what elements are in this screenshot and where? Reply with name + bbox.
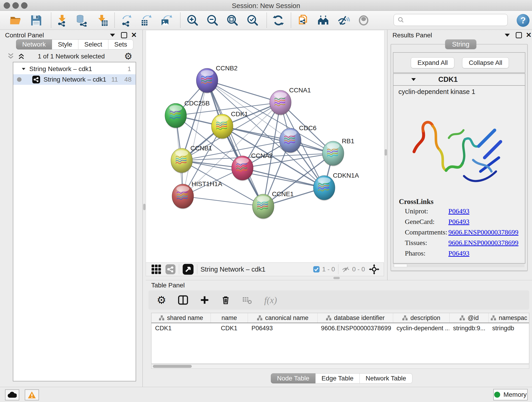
- tab-edge-table[interactable]: Edge Table: [316, 373, 360, 383]
- tree-expander-icon[interactable]: [21, 66, 26, 71]
- table-cell[interactable]: cyclin-dependent ...: [393, 323, 450, 333]
- show-columns-icon[interactable]: [178, 295, 188, 305]
- table-cell[interactable]: CDK1: [152, 323, 210, 333]
- control-panel-tabs: NetworkStyleSelectSets: [16, 39, 133, 50]
- import-table-icon[interactable]: [96, 14, 109, 27]
- warnings-button[interactable]: [25, 389, 39, 400]
- table-horizontal-scrollbar[interactable]: [151, 364, 529, 369]
- application-window: Session: New Session: [0, 0, 532, 402]
- delete-column-icon[interactable]: [221, 295, 230, 305]
- save-session-icon[interactable]: [30, 14, 43, 27]
- string-network-graph[interactable]: CCNB2CCNA1CDC25BCDK1CDC6RB1CCNB1CCNA2CDK…: [146, 31, 384, 262]
- tab-string[interactable]: String: [445, 39, 476, 49]
- table-cell[interactable]: P06493: [248, 323, 317, 333]
- network-node-CDC25B[interactable]: [165, 103, 186, 128]
- tab-select[interactable]: Select: [78, 39, 108, 50]
- network-node-CDC6[interactable]: [279, 128, 301, 153]
- cloud-tasks-button[interactable]: [5, 389, 19, 400]
- network-node-CCNB2[interactable]: [196, 68, 218, 94]
- network-node-CDK1[interactable]: [211, 114, 233, 139]
- import-network-file-icon[interactable]: [56, 14, 69, 27]
- table-options-gear-icon[interactable]: ⚙: [157, 294, 166, 306]
- open-session-icon[interactable]: [9, 14, 22, 27]
- network-canvas[interactable]: CCNB2CCNA1CDC25BCDK1CDC6RB1CCNB1CCNA2CDK…: [146, 31, 385, 262]
- table-cell[interactable]: stringdb:9...: [449, 323, 488, 333]
- table-cell[interactable]: CDK1: [210, 323, 248, 333]
- grid-view-icon[interactable]: [151, 264, 162, 274]
- panel-menu-icon[interactable]: [110, 33, 115, 38]
- column-header-shared-name[interactable]: shared name: [152, 313, 210, 323]
- column-header-database-identifier[interactable]: database identifier: [317, 313, 393, 323]
- column-header-namespac[interactable]: namespac: [488, 313, 529, 323]
- zoom-in-icon[interactable]: [186, 14, 199, 27]
- table-scrollbar-thumb[interactable]: [153, 365, 192, 368]
- network-tree: String Network – cdk1 1 String Network –…: [13, 62, 136, 381]
- panel-menu-icon[interactable]: [505, 33, 510, 38]
- new-network-from-selection-icon[interactable]: [297, 14, 310, 27]
- tab-network-table[interactable]: Network Table: [360, 373, 412, 383]
- export-table-icon[interactable]: [140, 14, 153, 27]
- column-header-canonical-name[interactable]: canonical name: [248, 313, 317, 323]
- help-icon[interactable]: ?: [517, 14, 530, 27]
- crosslink-link[interactable]: P06493: [448, 207, 469, 215]
- column-header-description[interactable]: description: [393, 313, 450, 323]
- column-header-name[interactable]: name: [210, 313, 248, 323]
- network-options-gear-icon[interactable]: ⚙: [124, 51, 133, 61]
- table-cell[interactable]: stringdb: [488, 323, 529, 333]
- collapse-triangle-icon[interactable]: [411, 77, 416, 82]
- detach-view-icon[interactable]: [182, 264, 194, 275]
- network-collection-row[interactable]: String Network – cdk1 1: [13, 64, 136, 74]
- protein-header-row[interactable]: CDK1: [393, 74, 525, 86]
- crosslink-label: Compartments:: [399, 228, 448, 236]
- network-row-selected[interactable]: String Network – cdk1 11 48: [13, 74, 136, 85]
- function-builder-icon: f(x): [264, 295, 277, 306]
- tab-network[interactable]: Network: [16, 39, 52, 50]
- tab-style[interactable]: Style: [52, 39, 78, 50]
- node-label-CCNA1: CCNA1: [289, 87, 311, 94]
- network-node-CCNA2[interactable]: [232, 156, 253, 181]
- network-node-CCNE1[interactable]: [253, 194, 274, 219]
- table-row[interactable]: CDK1CDK1P064939606.ENSP00000378699cyclin…: [152, 323, 529, 333]
- refresh-icon[interactable]: [272, 14, 285, 27]
- network-node-CCNB1[interactable]: [171, 148, 192, 173]
- network-node-CDKN1A[interactable]: [313, 176, 335, 201]
- tab-node-table[interactable]: Node Table: [271, 373, 316, 383]
- results-scrollbar-thumb[interactable]: [394, 264, 407, 267]
- collapse-all-button[interactable]: Collapse All: [462, 57, 509, 68]
- crosslink-link[interactable]: 9606.ENSP00000378699: [448, 228, 519, 236]
- splitter-handle-right[interactable]: [385, 149, 387, 156]
- zoom-fit-icon[interactable]: [226, 14, 239, 27]
- hide-selection-icon[interactable]: [337, 14, 350, 27]
- import-network-database-icon[interactable]: [75, 14, 88, 27]
- tab-sets[interactable]: Sets: [108, 39, 133, 50]
- search-input[interactable]: [394, 14, 508, 26]
- fit-selected-crosshair-icon[interactable]: [369, 264, 380, 275]
- add-column-icon[interactable]: [200, 295, 209, 305]
- results-scrollbar[interactable]: [393, 264, 525, 267]
- export-network-icon[interactable]: [120, 14, 133, 27]
- network-view-icon[interactable]: [165, 264, 176, 274]
- zoom-selected-icon[interactable]: [246, 14, 259, 27]
- network-node-HIST1H1A[interactable]: [172, 184, 194, 209]
- network-node-CCNA1[interactable]: [270, 90, 291, 115]
- control-panel-title: Control Panel: [5, 32, 44, 39]
- selected-checkbox-icon[interactable]: [313, 266, 320, 273]
- crosslink-link[interactable]: P06493: [448, 249, 469, 257]
- network-node-RB1[interactable]: [322, 141, 344, 166]
- column-header--id[interactable]: @id: [449, 313, 488, 323]
- zoom-out-icon[interactable]: [206, 14, 219, 27]
- splitter-handle-left[interactable]: [143, 204, 146, 210]
- export-image-icon[interactable]: [160, 14, 173, 27]
- crosslink-link[interactable]: P06493: [448, 218, 469, 225]
- panel-close-icon[interactable]: ✕: [131, 32, 137, 38]
- panel-float-icon[interactable]: [516, 32, 522, 39]
- first-neighbors-icon[interactable]: [317, 14, 330, 27]
- memory-button[interactable]: Memory: [493, 389, 528, 400]
- crosslink-link[interactable]: 9606.ENSP00000378699: [448, 239, 519, 246]
- show-all-icon[interactable]: [357, 14, 370, 27]
- panel-float-icon[interactable]: [121, 32, 127, 39]
- table-cell[interactable]: 9606.ENSP00000378699: [317, 323, 393, 333]
- panel-close-icon[interactable]: ✕: [526, 32, 532, 38]
- splitter-handle-bottom[interactable]: [333, 277, 340, 279]
- expand-all-button[interactable]: Expand All: [411, 57, 454, 68]
